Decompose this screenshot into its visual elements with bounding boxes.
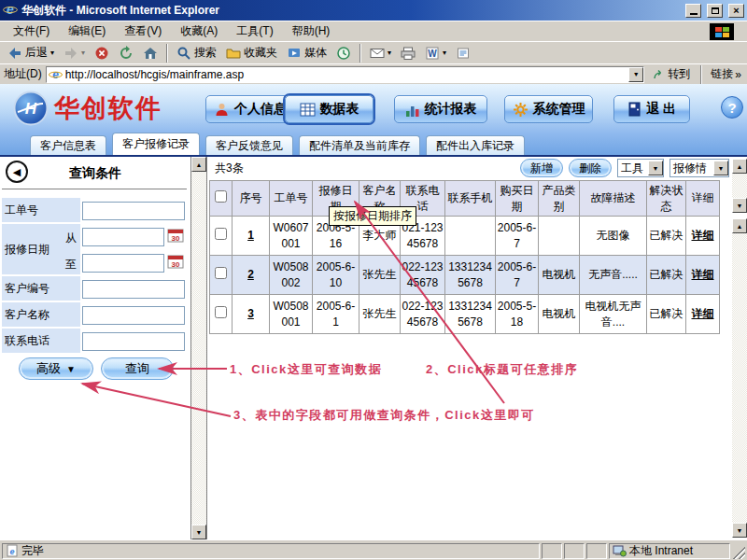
records-panel: 共3条 新增 删除 工具 ▼ 报修情 ▼ 序号 工单号 报修日期 xyxy=(206,157,732,539)
scroll-down-button[interactable]: ▼ xyxy=(732,523,747,538)
favorites-button[interactable]: 收藏夹 xyxy=(222,44,281,62)
dropdown-arrow-icon[interactable]: ▼ xyxy=(648,161,663,175)
advanced-button[interactable]: 高级 ▼ xyxy=(19,357,93,380)
nav-data-tables-button[interactable]: 数据表 xyxy=(285,95,374,123)
svg-text:e: e xyxy=(52,68,59,81)
edit-button[interactable]: W ▾ xyxy=(421,45,450,62)
col-fault[interactable]: 故障描述 xyxy=(580,181,647,217)
tools-dropdown[interactable]: 工具 ▼ xyxy=(617,159,664,177)
page-ie-icon: e xyxy=(49,67,63,81)
address-dropdown-button[interactable]: ▼ xyxy=(628,67,643,82)
history-button[interactable] xyxy=(332,45,355,62)
scroll-up-button[interactable]: ▲ xyxy=(732,218,747,233)
dropdown-arrow-icon[interactable]: ▼ xyxy=(713,161,728,175)
tab-customer-info[interactable]: 客户信息表 xyxy=(30,135,106,155)
scroll-down-button[interactable]: ▼ xyxy=(191,525,206,539)
go-button[interactable]: 转到 xyxy=(648,65,694,83)
mail-button[interactable]: ▾ xyxy=(366,45,395,62)
back-dropdown-icon[interactable]: ▾ xyxy=(50,49,54,57)
restore-button[interactable] xyxy=(707,4,723,18)
search-button[interactable]: 搜索 xyxy=(173,44,220,62)
address-input[interactable] xyxy=(65,68,627,81)
seq-link[interactable]: 1 xyxy=(247,229,254,242)
detail-link[interactable]: 详细 xyxy=(692,307,714,320)
scrollbar-track[interactable] xyxy=(191,172,206,525)
discuss-button[interactable] xyxy=(452,45,474,62)
col-status[interactable]: 解决状态 xyxy=(647,181,686,217)
scroll-up-button[interactable]: ▲ xyxy=(191,157,206,172)
row-checkbox[interactable] xyxy=(215,306,227,318)
scroll-down-button[interactable]: ▼ xyxy=(732,198,747,213)
gear-icon xyxy=(513,102,529,118)
nav-statistics-button[interactable]: 统计报表 xyxy=(394,95,487,123)
detail-link[interactable]: 详细 xyxy=(692,268,714,281)
close-button[interactable]: × xyxy=(728,4,744,18)
brand-title: 华创软件 xyxy=(54,91,162,125)
scrollbar-track[interactable] xyxy=(732,174,747,198)
forward-dropdown-icon[interactable]: ▾ xyxy=(81,49,85,57)
nav-system-admin-button[interactable]: 系统管理 xyxy=(504,95,593,123)
tab-parts-inout[interactable]: 配件出入库记录 xyxy=(426,135,525,155)
tab-bar: 客户信息表 客户报修记录 客户反馈意见 配件清单及当前库存 配件出入库记录 xyxy=(0,133,747,157)
menu-file[interactable]: 文件(F) xyxy=(4,21,59,41)
order-no-input[interactable] xyxy=(82,202,185,220)
query-button[interactable]: 查询 xyxy=(101,357,174,380)
col-order-no[interactable]: 工单号 xyxy=(270,181,313,217)
edit-dropdown-icon[interactable]: ▾ xyxy=(443,49,446,57)
links-more-icon[interactable]: » xyxy=(735,68,741,81)
menu-edit[interactable]: 编辑(E) xyxy=(59,21,115,41)
select-all-checkbox[interactable] xyxy=(215,190,227,203)
col-mobile[interactable]: 联系手机 xyxy=(445,181,496,217)
edit-word-icon: W xyxy=(425,46,440,61)
scrollbar-track[interactable] xyxy=(732,233,747,523)
refresh-button[interactable] xyxy=(115,45,137,62)
phone-input[interactable] xyxy=(82,332,185,351)
delete-button[interactable]: 删除 xyxy=(569,159,612,177)
customer-no-input[interactable] xyxy=(82,280,185,299)
view-dropdown[interactable]: 报修情 ▼ xyxy=(669,159,729,177)
tab-customer-feedback[interactable]: 客户反馈意见 xyxy=(205,135,293,155)
tab-repair-records[interactable]: 客户报修记录 xyxy=(112,133,200,155)
resize-grip[interactable] xyxy=(732,543,745,559)
main-scrollbar[interactable]: ▲ ▼ ▲ ▼ xyxy=(732,157,747,539)
menu-tools[interactable]: 工具(T) xyxy=(227,21,282,41)
print-button[interactable] xyxy=(397,45,419,62)
media-button[interactable]: 媒体 xyxy=(283,44,331,62)
col-seq[interactable]: 序号 xyxy=(233,181,270,217)
repair-date-to-input[interactable] xyxy=(82,254,164,273)
menu-help[interactable]: 帮助(H) xyxy=(283,21,340,41)
add-button[interactable]: 新增 xyxy=(520,159,563,177)
mail-dropdown-icon[interactable]: ▾ xyxy=(388,49,391,57)
calendar-icon[interactable]: 30 xyxy=(167,254,184,273)
row-checkbox[interactable] xyxy=(215,267,227,279)
seq-link[interactable]: 3 xyxy=(247,307,254,320)
menu-view[interactable]: 查看(V) xyxy=(115,21,171,41)
scroll-up-button[interactable]: ▲ xyxy=(732,159,747,174)
sidebar-scrollbar[interactable]: ▲ ▼ xyxy=(190,157,206,539)
nav-exit-button[interactable]: 退 出 xyxy=(613,95,690,123)
home-button[interactable] xyxy=(139,45,162,62)
customer-name-input[interactable] xyxy=(82,306,185,325)
links-button[interactable]: 链接 » xyxy=(709,65,743,83)
col-category[interactable]: 产品类别 xyxy=(539,181,580,217)
customer-no-label: 客户编号 xyxy=(2,276,80,302)
col-buy-date[interactable]: 购买日期 xyxy=(496,181,539,217)
date-from-label: 从 xyxy=(62,231,77,246)
nav-personal-info-button[interactable]: 个人信息 xyxy=(205,95,295,123)
help-button[interactable]: ? xyxy=(721,96,743,119)
seq-link[interactable]: 2 xyxy=(247,268,254,281)
tab-parts-inventory[interactable]: 配件清单及当前库存 xyxy=(299,135,420,155)
forward-button[interactable]: ▾ xyxy=(60,45,89,62)
minimize-button[interactable] xyxy=(685,4,701,18)
menu-favorites[interactable]: 收藏(A) xyxy=(171,21,227,41)
forward-icon xyxy=(63,46,78,61)
row-checkbox[interactable] xyxy=(215,228,227,240)
back-button[interactable]: 后退▾ xyxy=(4,44,58,62)
detail-link[interactable]: 详细 xyxy=(692,229,714,242)
col-detail[interactable]: 详细 xyxy=(686,181,720,217)
close-icon: × xyxy=(733,6,739,15)
repair-date-from-input[interactable] xyxy=(82,228,164,246)
query-sidebar: ◀ 查询条件 工单号 报修日期 从 至 30 30 客户编号 客户名称 联系电话… xyxy=(0,157,190,539)
calendar-icon[interactable]: 30 xyxy=(167,228,184,246)
stop-button[interactable] xyxy=(91,45,113,62)
